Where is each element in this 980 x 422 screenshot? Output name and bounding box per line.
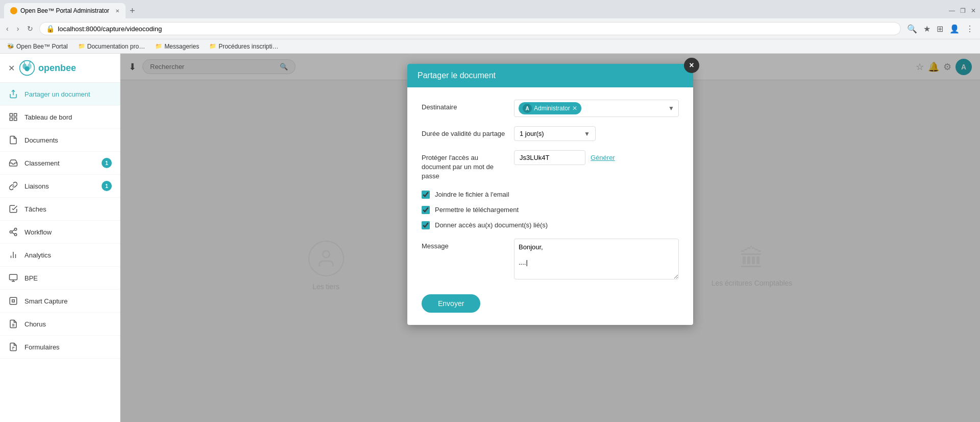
dashboard-icon <box>8 112 18 122</box>
bookmark-openbee[interactable]: 🐝 Open Bee™ Portal <box>4 42 71 51</box>
recipient-dropdown-arrow: ▼ <box>668 105 674 112</box>
folder-icon-1: 📁 <box>78 43 85 50</box>
workflow-icon <box>8 227 18 237</box>
sidebar-label-documents: Documents <box>24 136 112 144</box>
recipient-name: Administrator <box>534 105 570 112</box>
password-row-container: Protéger l'accès au document par un mot … <box>422 150 679 181</box>
sidebar-item-bpe[interactable]: BPE <box>0 267 120 290</box>
sidebar-item-workflow[interactable]: Workflow <box>0 221 120 244</box>
extensions-btn[interactable]: ⊞ <box>935 22 945 36</box>
svg-line-14 <box>12 232 14 234</box>
tag-avatar: A <box>523 104 532 113</box>
password-label: Protéger l'accès au document par un mot … <box>422 150 506 181</box>
sidebar-item-liaisons[interactable]: Liaisons 1 <box>0 175 120 198</box>
forward-btn[interactable]: › <box>15 22 21 35</box>
password-input[interactable] <box>514 150 585 165</box>
telecharger-row: Permettre le téléchargement <box>422 206 679 214</box>
sidebar-item-tableau[interactable]: Tableau de bord <box>0 106 120 129</box>
new-tab-btn[interactable]: + <box>126 6 139 16</box>
joindre-checkbox[interactable] <box>422 191 430 199</box>
sidebar-item-documents[interactable]: Documents <box>0 129 120 152</box>
bookmark-documentation[interactable]: 📁 Documentation pro… <box>75 42 148 51</box>
sidebar-label-workflow: Workflow <box>24 228 112 236</box>
destinataire-control: A Administrator ✕ ▼ <box>514 100 679 117</box>
liaisons-icon <box>8 181 18 191</box>
smartcapture-icon <box>8 296 18 306</box>
modal-close-btn[interactable]: × <box>684 58 699 73</box>
tab-favicon <box>10 7 17 14</box>
sidebar-label-taches: Tâches <box>24 205 112 213</box>
liaisons-badge: 1 <box>102 181 112 191</box>
close-window-btn[interactable]: ✕ <box>971 7 976 14</box>
sidebar-close-btn[interactable]: ✕ <box>8 63 15 73</box>
minimize-btn[interactable]: — <box>949 7 955 14</box>
profile-btn[interactable]: 👤 <box>947 22 962 36</box>
tab-close-btn[interactable]: ✕ <box>115 8 119 14</box>
secure-icon: 🔒 <box>46 25 55 33</box>
sidebar-item-smartcapture[interactable]: Smart Capture <box>0 290 120 313</box>
duree-arrow: ▼ <box>584 130 590 137</box>
bookmark-procedures[interactable]: 📁 Procédures inscripti… <box>206 42 281 51</box>
svg-point-11 <box>14 228 17 231</box>
acces-checkbox[interactable] <box>422 221 430 229</box>
svg-rect-22 <box>10 297 17 304</box>
taches-icon <box>8 204 18 214</box>
active-tab[interactable]: Open Bee™ Portal Administrator ✕ <box>4 3 126 18</box>
nav-bar: ‹ › ↻ 🔒 🔍 ★ ⊞ 👤 ⋮ <box>0 18 980 39</box>
sidebar: ✕ openbee Partager un document <box>0 54 120 422</box>
svg-rect-8 <box>14 113 17 116</box>
duree-label: Durée de validité du partage <box>422 126 506 138</box>
sidebar-label-classement: Classement <box>24 159 95 167</box>
joindre-row: Joindre le fichier à l'email <box>422 191 679 199</box>
checkboxes-section: Joindre le fichier à l'email Permettre l… <box>422 191 679 229</box>
back-btn[interactable]: ‹ <box>4 22 11 35</box>
telecharger-checkbox[interactable] <box>422 206 430 214</box>
bookmark-messageries[interactable]: 📁 Messageries <box>152 42 202 51</box>
tab-title: Open Bee™ Portal Administrator <box>20 7 109 14</box>
formulaires-icon <box>8 342 18 352</box>
bookmark-label-3: Messageries <box>164 43 199 50</box>
message-control: Bonjour, ....| <box>514 239 679 281</box>
sidebar-item-classement[interactable]: Classement 1 <box>0 152 120 175</box>
message-row: Message Bonjour, ....| <box>422 239 679 281</box>
recipient-input[interactable]: A Administrator ✕ ▼ <box>514 100 679 117</box>
share-icon <box>8 89 18 99</box>
sidebar-label-bpe: BPE <box>24 274 112 282</box>
chorus-icon <box>8 319 18 329</box>
url-input[interactable] <box>58 25 894 33</box>
destinataire-label: Destinataire <box>422 100 506 112</box>
sidebar-item-chorus[interactable]: Chorus <box>0 313 120 336</box>
duree-value: 1 jour(s) <box>520 130 580 137</box>
duree-select[interactable]: 1 jour(s) ▼ <box>514 126 596 141</box>
sidebar-label-smartcapture: Smart Capture <box>24 297 112 305</box>
folder-icon-2: 📁 <box>155 43 162 50</box>
generate-btn[interactable]: Générer <box>591 154 615 161</box>
bpe-icon <box>8 273 18 283</box>
sidebar-item-taches[interactable]: Tâches <box>0 198 120 221</box>
svg-line-5 <box>30 61 31 63</box>
documents-icon <box>8 135 18 145</box>
refresh-btn[interactable]: ↻ <box>25 22 35 35</box>
message-textarea[interactable]: Bonjour, ....| <box>514 239 679 279</box>
svg-point-12 <box>10 231 12 233</box>
logo-svg-icon <box>19 60 35 76</box>
sidebar-item-partager[interactable]: Partager un document <box>0 83 120 106</box>
bookmark-star-btn[interactable]: ★ <box>921 22 933 36</box>
svg-point-13 <box>14 233 17 236</box>
svg-rect-10 <box>14 118 17 121</box>
duree-row: Durée de validité du partage 1 jour(s) ▼ <box>422 126 679 141</box>
maximize-btn[interactable]: ❐ <box>960 7 966 14</box>
menu-btn[interactable]: ⋮ <box>964 22 976 36</box>
folder-icon-3: 📁 <box>209 43 216 50</box>
send-button[interactable]: Envoyer <box>422 294 480 313</box>
tag-remove-btn[interactable]: ✕ <box>572 105 577 112</box>
sidebar-item-formulaires[interactable]: Formulaires <box>0 336 120 359</box>
sidebar-header: ✕ openbee <box>0 54 120 83</box>
zoom-btn[interactable]: 🔍 <box>905 22 919 36</box>
modal-header: Partager le document <box>407 64 693 87</box>
browser-chrome: Open Bee™ Portal Administrator ✕ + — ❐ ✕… <box>0 0 980 54</box>
svg-point-3 <box>24 66 30 72</box>
password-input-row: Générer <box>514 150 679 165</box>
sidebar-item-analytics[interactable]: Analytics <box>0 244 120 267</box>
svg-line-15 <box>12 230 14 231</box>
